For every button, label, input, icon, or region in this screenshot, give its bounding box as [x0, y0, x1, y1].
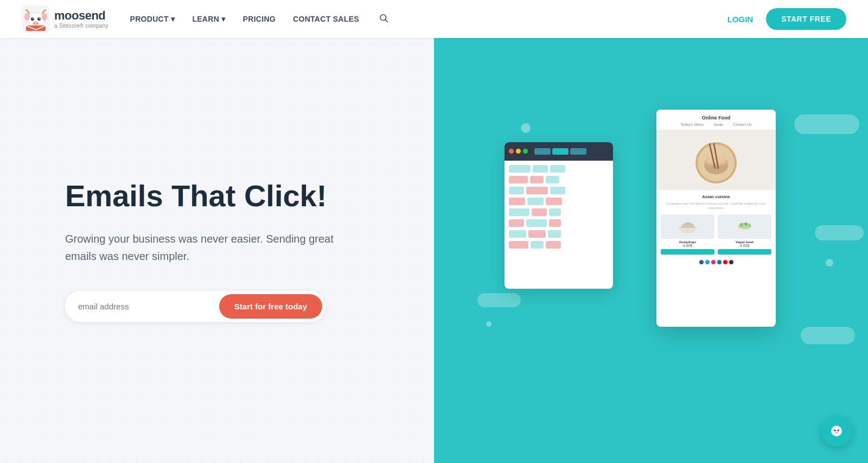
mockup-container: Online Food Today's Menu · Deals · Conta…: [537, 110, 765, 381]
start-free-button[interactable]: START FREE: [766, 8, 846, 30]
builder-cell: [527, 198, 544, 205]
builder-cell: [550, 187, 565, 194]
window-min-btn: [516, 149, 521, 154]
email-preview-mockup: Online Food Today's Menu · Deals · Conta…: [656, 110, 776, 327]
social-instagram: [711, 260, 716, 264]
builder-cell: [526, 187, 548, 194]
logo-name: moosend: [54, 9, 108, 22]
svg-point-25: [740, 223, 743, 226]
logo[interactable]: moosend a Sitecore® company: [22, 5, 108, 33]
product-2-image: [718, 214, 771, 239]
builder-cell: [549, 219, 561, 227]
preview-nav-item-2: Deals: [713, 123, 723, 126]
nav-pricing[interactable]: PRICING: [243, 15, 276, 23]
svg-line-13: [385, 20, 387, 22]
svg-point-8: [33, 21, 39, 26]
hero-subtitle: Growing your business was never easier. …: [65, 230, 336, 265]
logo-tagline: a Sitecore® company: [54, 23, 108, 29]
food-illustration: [684, 133, 749, 187]
builder-body: [505, 161, 613, 256]
preview-food-caption: Asian cuisine: [661, 194, 771, 199]
svg-point-32: [838, 430, 839, 432]
preview-body: Asian cuisine Experience the rich flavor…: [656, 190, 776, 269]
product-2-price: 4.80$: [718, 244, 771, 248]
builder-cell: [509, 208, 529, 216]
window-max-btn: [523, 149, 528, 154]
builder-cell: [526, 219, 547, 227]
product-1: Dumplings 4.80$: [661, 214, 714, 258]
builder-cell: [509, 187, 524, 194]
builder-cell: [546, 176, 559, 183]
builder-cell: [549, 208, 561, 216]
builder-cell: [531, 241, 544, 249]
email-input[interactable]: [78, 302, 219, 311]
builder-cell: [533, 165, 548, 173]
svg-point-33: [835, 432, 838, 434]
builder-cell: [509, 176, 528, 183]
search-icon[interactable]: [379, 13, 388, 26]
builder-header: [505, 142, 613, 161]
nav-links: PRODUCT ▾ LEARN ▾ PRICING CONTACT SALES: [130, 13, 727, 26]
nav-contact-sales[interactable]: CONTACT SALES: [293, 15, 359, 23]
chat-icon: [829, 424, 844, 439]
preview-social-icons: [661, 260, 771, 264]
builder-cell: [546, 241, 561, 249]
product-1-price: 4.80$: [661, 244, 714, 248]
decorative-pill-3: [801, 327, 855, 344]
cta-button[interactable]: Start for free today: [219, 294, 322, 319]
preview-title: Online Food: [662, 115, 770, 120]
product-2-order-btn: [718, 249, 771, 255]
decorative-pill-2: [815, 225, 864, 240]
nav-learn[interactable]: LEARN ▾: [192, 15, 225, 23]
window-close-btn: [509, 149, 514, 154]
builder-tabs: [534, 148, 586, 155]
preview-food-desc: Experience the rich flavors of Asian cui…: [661, 201, 771, 211]
nav-right: LOGIN START FREE: [727, 8, 846, 30]
social-linkedin: [717, 260, 722, 264]
builder-cell: [509, 241, 528, 249]
logo-icon: [22, 5, 50, 33]
preview-products: Dumplings 4.80$: [661, 214, 771, 258]
decorative-dot-3: [521, 123, 531, 133]
builder-tab-3: [570, 148, 586, 155]
builder-cell: [548, 230, 561, 238]
logo-text: moosend a Sitecore® company: [54, 9, 108, 28]
builder-cell: [509, 230, 526, 238]
social-twitter: [705, 260, 710, 264]
nav-product[interactable]: PRODUCT ▾: [130, 15, 175, 23]
hero-section: Emails That Click! Growing your business…: [0, 38, 868, 463]
chat-bubble-button[interactable]: [821, 416, 852, 447]
svg-point-6: [33, 18, 34, 19]
decorative-pill-4: [477, 293, 521, 307]
builder-cell: [530, 176, 544, 183]
social-other: [729, 260, 733, 264]
builder-tab-2: [552, 148, 569, 155]
builder-cell: [532, 208, 547, 216]
svg-point-7: [39, 18, 40, 19]
social-youtube: [723, 260, 727, 264]
builder-cell: [550, 165, 565, 173]
preview-nav-item-3: Contact Us: [733, 123, 752, 126]
builder-cell: [546, 198, 562, 205]
preview-hero-image: [656, 130, 776, 190]
dumpling-icon: [677, 217, 699, 236]
social-facebook: [699, 260, 704, 264]
login-link[interactable]: LOGIN: [727, 15, 754, 24]
decorative-pill-1: [794, 115, 859, 134]
builder-cell: [509, 198, 525, 205]
svg-point-28: [831, 426, 842, 436]
vegan-bowl-icon: [734, 217, 756, 236]
builder-cell: [509, 219, 524, 227]
product-2: Vegan bowl 4.80$: [718, 214, 771, 258]
preview-nav-item-1: Today's Menu: [680, 123, 704, 126]
svg-point-5: [37, 17, 41, 21]
svg-point-9: [34, 23, 35, 24]
svg-point-26: [744, 223, 747, 226]
svg-point-27: [748, 224, 750, 226]
product-1-image: [661, 214, 714, 239]
preview-header: Online Food Today's Menu · Deals · Conta…: [656, 110, 776, 130]
hero-left: Emails That Click! Growing your business…: [0, 38, 434, 463]
preview-nav: Today's Menu · Deals · Contact Us: [662, 123, 770, 126]
builder-tab-1: [534, 148, 551, 155]
hero-title: Emails That Click!: [65, 179, 391, 213]
